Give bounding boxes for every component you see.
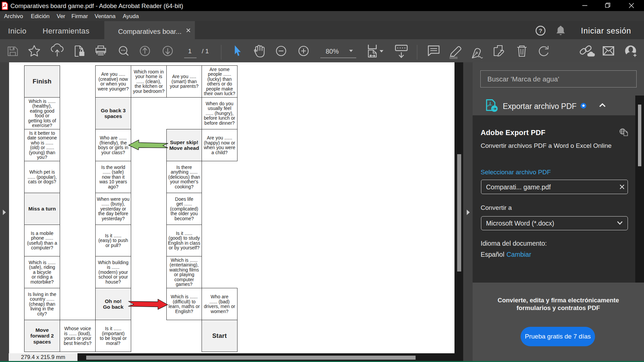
svg-text:/ 1: / 1 [202,48,209,55]
svg-text:1: 1 [188,48,192,55]
svg-text:?: ? [539,28,542,34]
svg-text:80%: 80% [326,48,339,55]
